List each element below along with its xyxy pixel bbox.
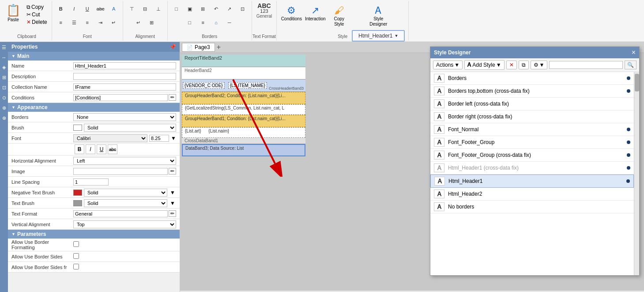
cross-header-band[interactable]: {VENDOR_C ODE} {LS.ITEM_NAME} CrossHeade… [182,80,305,92]
font-name-select[interactable]: Calibri [73,134,147,142]
name-input[interactable] [73,62,176,69]
dialog-close-button[interactable]: × [632,49,636,57]
text-brush-dropdown[interactable]: ▼ [169,200,176,206]
align-middle-button[interactable]: ⊟ [139,3,151,15]
align-right-button[interactable]: ≡ [81,16,94,29]
group-header-band2[interactable]: GroupHeaderBand2; Condition: {List.naim_… [182,92,305,104]
sidebar-icon-8[interactable]: ⊗ [1,114,7,122]
conditions-edit-button[interactable]: ✏ [169,94,176,101]
style-item-font-footer-cdf[interactable]: Ꭺ Font_Footer_Group (cross-data fix) [430,149,634,162]
redo-button[interactable]: ↗ [223,3,236,15]
border-extra-button[interactable]: ⊡ [237,3,249,15]
vert-align-select[interactable]: Top [73,220,176,228]
settings-button[interactable]: ⚙ ▼ [531,61,548,69]
actions-button[interactable]: Actions ▼ [433,61,463,69]
borders-select[interactable]: None [73,113,176,121]
fill-color-button[interactable]: ⌂ [210,16,222,29]
underline-format-button[interactable]: U [97,144,106,154]
wrap-button[interactable]: ↵ [132,16,145,29]
parameters-section-header[interactable]: Parameters [8,230,180,239]
main-section-header[interactable]: Main [8,52,180,61]
properties-pin-icon[interactable]: 📌 [169,44,176,50]
border-outer-button[interactable]: ▣ [184,3,196,15]
delete-button[interactable]: ✕ Delete [26,19,48,26]
conditions-button[interactable]: ⚙ Conditions [280,4,302,23]
text-format-input[interactable] [73,210,168,217]
align-center-button[interactable]: ☰ [68,16,80,29]
add-style-button[interactable]: Ꭺ Add Style ▼ [464,60,504,70]
style-item-font-footer[interactable]: Ꭺ Font_Footer_Group [430,136,634,149]
collection-name-input[interactable] [73,83,176,91]
style-item-font-normal[interactable]: Ꭺ Font_Normal [430,123,634,136]
text-format-edit-button[interactable]: ✏ [169,210,176,217]
bold-format-button[interactable]: B [75,144,84,154]
sidebar-icon-6[interactable]: ⊙ [1,94,7,102]
group-header-band1[interactable]: GroupHeaderBand1; Condition: {List.naim_… [182,115,305,127]
strikethrough-button[interactable]: abc [94,3,107,15]
style-item-html-header1[interactable]: Ꭺ Html_Header1 [430,174,634,188]
text-format-button[interactable]: ABC 123 General [256,3,272,19]
report-title-band[interactable]: ReportTitleBand2 [182,55,305,67]
font-size-dropdown-icon[interactable]: ▼ [171,135,176,141]
image-input[interactable] [73,168,168,175]
localized-band[interactable]: {GetLocalizedString(LS_Common, List.naim… [182,104,305,115]
sidebar-icon-4[interactable]: ⊞ [1,74,7,81]
allow-border-sides-fr-checkbox[interactable] [73,264,79,269]
header-band[interactable]: HeaderBand2 [182,67,305,80]
text-brush-select[interactable]: Solid [84,199,167,207]
style-item-html-header1-cdf[interactable]: Ꭺ Html_Header1 (cross-data fix) [430,162,634,174]
style-item-borders[interactable]: Ꭺ Borders [430,72,634,85]
align-bottom-button[interactable]: ⊥ [152,3,165,15]
brush-select[interactable]: Solid [84,124,176,132]
neg-brush-select[interactable]: Solid [84,189,167,197]
allow-border-sides-checkbox[interactable] [73,253,79,259]
sidebar-icon-5[interactable]: ⊡ [1,84,7,91]
copy-style-dialog-button[interactable]: ⧉ [519,61,529,69]
indent-button[interactable]: ⇥ [94,16,107,29]
delete-style-button[interactable]: ✕ [506,61,517,69]
style-designer-button[interactable]: Ꭺ StyleDesigner [367,4,389,28]
list-fields-band[interactable]: {List.art} {List.naim} [182,127,305,138]
style-item-border-left[interactable]: Ꭺ Border left (cross-data fix) [430,98,634,110]
style-item-no-borders[interactable]: Ꭺ No borders [430,201,634,213]
border-inner-button[interactable]: ⊞ [197,3,209,15]
border-color-button[interactable]: □ [184,16,196,29]
italic-format-button[interactable]: I [86,144,95,154]
data-band3[interactable]: DataBand3; Data Source: List [182,144,305,156]
horiz-align-select[interactable]: Left [73,157,176,165]
allow-border-fmt-checkbox[interactable] [73,241,79,247]
merge-button[interactable]: ⊞ [146,16,158,29]
align-left-button[interactable]: ≡ [55,16,67,29]
cut-button[interactable]: ✂ Cut [26,11,48,18]
page3-tab[interactable]: 📄 Page3 [182,43,215,52]
border-style-button[interactable]: ≡ [197,16,209,29]
undo-button[interactable]: ↶ [210,3,222,15]
selected-style-box[interactable]: Html_Header1 ▼ [352,30,405,42]
font-size-input[interactable] [149,135,169,142]
style-item-html-header2[interactable]: Ꭺ Html_Header2 [430,188,634,201]
border-width-button[interactable]: ─ [223,16,236,29]
copy-button[interactable]: ⧉ Copy [26,4,48,11]
image-edit-button[interactable]: ✏ [169,168,176,174]
border-all-button[interactable]: □ [170,3,183,15]
appearance-section-header[interactable]: Appearance [8,103,180,112]
style-item-border-right[interactable]: Ꭺ Border right (cross-data fix) [430,110,634,123]
underline-button[interactable]: U [81,3,94,15]
bold-button[interactable]: B [55,3,67,15]
style-search-button[interactable]: 🔍 [625,61,636,69]
paste-button[interactable]: 📋 Paste [4,4,23,22]
style-search-input[interactable] [549,61,623,69]
copy-style-button[interactable]: 🖌 Copy Style [328,4,350,28]
interaction-button[interactable]: ↗ Interaction [304,4,326,23]
strikethrough-format-button[interactable]: abc [108,144,117,154]
style-list-scrollbar[interactable] [634,72,639,275]
align-top-button[interactable]: ⊤ [126,3,138,15]
scrollbar-thumb[interactable] [635,74,639,91]
sidebar-icon-1[interactable]: ☰ [1,44,7,51]
sidebar-icon-7[interactable]: ⊕ [1,104,7,112]
italic-button[interactable]: I [68,3,80,15]
line-spacing-input[interactable] [73,178,109,186]
add-tab-button[interactable]: + [215,43,222,51]
description-input[interactable] [73,73,176,80]
sidebar-icon-3[interactable]: ◈ [1,64,7,71]
